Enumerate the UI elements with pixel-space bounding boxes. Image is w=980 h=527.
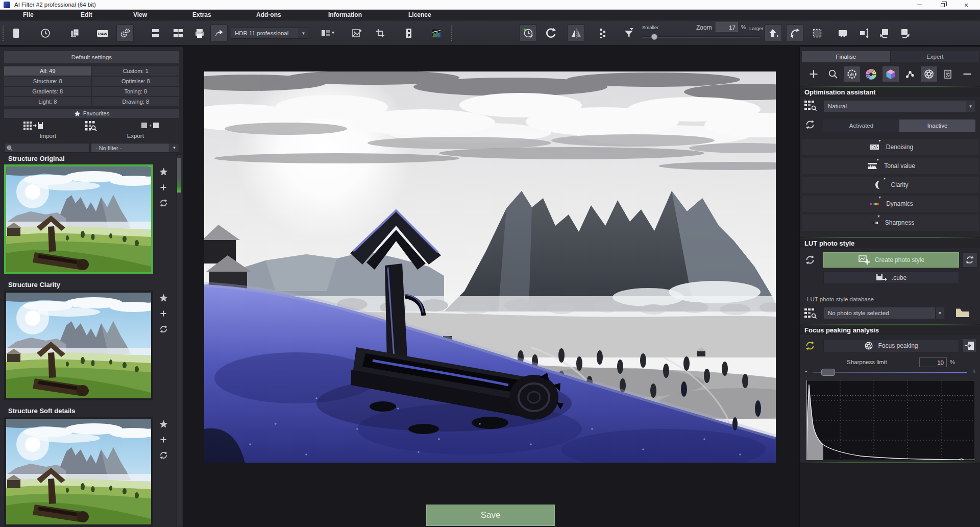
search-input[interactable] (15, 145, 89, 151)
lut-grid-icon[interactable] (804, 307, 818, 321)
slider-thumb[interactable] (821, 369, 835, 376)
opt-item-tonal-value[interactable]: ▼ Tonal value (802, 158, 979, 174)
rotate-right-icon[interactable] (896, 25, 914, 42)
add-to-stack-icon[interactable] (160, 310, 167, 319)
optimisation-gear-icon[interactable] (843, 66, 861, 82)
category-all[interactable]: All: 49 (4, 66, 91, 76)
split-view-icon[interactable] (169, 25, 187, 42)
color-wheel-icon[interactable] (863, 66, 880, 82)
selection-marquee-icon[interactable] (808, 25, 826, 42)
remove-tool-icon[interactable] (959, 66, 976, 82)
redo-refresh-icon[interactable] (542, 25, 559, 42)
restore-button[interactable] (931, 0, 954, 10)
focus-peaking-button[interactable]: Focus peaking (823, 339, 959, 352)
refresh-preview-icon[interactable] (159, 199, 168, 209)
print-icon[interactable] (191, 25, 208, 42)
crop-icon[interactable] (372, 25, 389, 42)
category-toning[interactable]: Toning: 8 (92, 87, 180, 96)
category-optimise[interactable]: Optimise: 8 (92, 77, 180, 86)
reset-assistant-icon[interactable] (805, 119, 815, 132)
magnifier-icon[interactable] (824, 66, 842, 82)
preset-thumbnail[interactable] (4, 417, 153, 526)
add-to-stack-icon[interactable] (160, 436, 167, 445)
refresh-preview-icon[interactable] (159, 451, 168, 462)
assistant-preset-dropdown[interactable]: Natural ▼ (823, 100, 975, 112)
category-structure[interactable]: Structure: 8 (4, 77, 91, 86)
add-tool-icon[interactable] (805, 66, 822, 82)
category-custom[interactable]: Custom: 1 (92, 66, 180, 76)
settings-gears-icon[interactable] (116, 25, 134, 42)
scrollbar-thumb[interactable] (177, 158, 181, 193)
aperture-icon[interactable] (920, 66, 938, 82)
new-project-icon[interactable] (7, 25, 24, 42)
assistant-activated-toggle[interactable]: Activated (823, 119, 899, 132)
default-settings-button[interactable]: Default settings (4, 51, 179, 63)
zoom-slider-track[interactable] (641, 36, 761, 38)
menu-edit[interactable]: Edit (81, 11, 92, 18)
favourite-star-icon[interactable] (159, 294, 168, 304)
menu-view[interactable]: View (133, 11, 147, 18)
slider-minus-label[interactable]: - (805, 367, 807, 375)
opt-item-sharpness[interactable]: ▼ Sharpness (802, 214, 979, 231)
opt-item-clarity[interactable]: ▼ Clarity (802, 177, 979, 193)
raw-module-icon[interactable]: RAW (94, 25, 111, 42)
category-drawing[interactable]: Drawing: 8 (92, 97, 180, 106)
menu-licence[interactable]: Licence (408, 11, 431, 18)
opt-item-dynamics[interactable]: ▼ Dynamics (802, 196, 979, 212)
add-to-stack-icon[interactable] (160, 184, 167, 193)
mirror-flip-icon[interactable] (568, 25, 585, 42)
layout-options-icon[interactable] (317, 25, 338, 42)
rotate-canvas-icon[interactable] (786, 25, 803, 42)
filter-dropdown[interactable]: - No filter - ▼ (91, 143, 179, 153)
history-icon[interactable] (37, 25, 54, 42)
import-presets-icon[interactable] (4, 121, 62, 131)
refresh-preview-icon[interactable] (159, 325, 168, 336)
tab-finalise[interactable]: Finalise (802, 51, 890, 62)
single-view-icon[interactable] (147, 25, 164, 42)
color-cube-icon[interactable] (882, 66, 899, 82)
tab-expert[interactable]: Expert (891, 51, 979, 62)
favourites-button[interactable]: Favourites (4, 109, 179, 118)
category-light[interactable]: Light: 8 (4, 97, 91, 106)
preset-scrollbar[interactable] (176, 154, 182, 527)
monitor-icon[interactable] (834, 25, 851, 42)
checker-compare-icon[interactable] (594, 25, 611, 42)
reset-focus-icon[interactable] (805, 341, 815, 353)
create-photo-style-button[interactable]: Create photo style (823, 252, 959, 268)
favourite-star-icon[interactable] (159, 420, 168, 430)
menu-file[interactable]: File (23, 11, 34, 18)
assistant-inactive-toggle[interactable]: Inactive (899, 119, 975, 132)
share-export-icon[interactable] (210, 25, 228, 42)
preset-thumbnail[interactable] (4, 291, 153, 400)
project-type-dropdown[interactable]: HDR 11 professional ▼ (231, 28, 308, 39)
export-cube-button[interactable]: .cube (823, 272, 959, 284)
minimize-button[interactable] (908, 0, 931, 10)
edited-photo[interactable] (204, 71, 776, 463)
menu-information[interactable]: Information (328, 11, 362, 18)
zoom-value-input[interactable] (716, 22, 738, 32)
menu-addons[interactable]: Add-ons (256, 11, 281, 18)
histogram-curves-icon[interactable] (428, 25, 445, 42)
category-gradients[interactable]: Gradients: 8 (4, 87, 91, 96)
preset-search-icon[interactable] (62, 121, 120, 131)
fit-to-screen-icon[interactable] (765, 25, 782, 42)
rotate-left-icon[interactable] (876, 25, 893, 42)
node-graph-icon[interactable] (901, 66, 918, 82)
slider-track[interactable] (812, 371, 968, 374)
zoom-slider-thumb[interactable] (651, 34, 657, 40)
copy-settings-icon[interactable] (66, 25, 84, 42)
favourite-star-icon[interactable] (159, 167, 168, 178)
preset-thumbnail-selected[interactable] (4, 164, 153, 274)
save-button[interactable]: Save (426, 505, 555, 526)
open-folder-icon[interactable] (950, 305, 975, 320)
reset-lut-icon[interactable] (805, 255, 815, 267)
resize-height-icon[interactable] (855, 25, 873, 42)
lut-database-dropdown[interactable]: No photo style selected ▼ (823, 307, 945, 319)
menu-extras[interactable]: Extras (192, 11, 211, 18)
scan-strip-icon[interactable] (400, 25, 418, 42)
opt-item-denoising[interactable]: ▼ Denoising (802, 139, 979, 155)
focus-export-icon[interactable] (962, 339, 976, 353)
slider-plus-label[interactable]: + (972, 367, 976, 375)
preset-search-field[interactable] (4, 143, 90, 153)
document-report-icon[interactable] (939, 66, 957, 82)
